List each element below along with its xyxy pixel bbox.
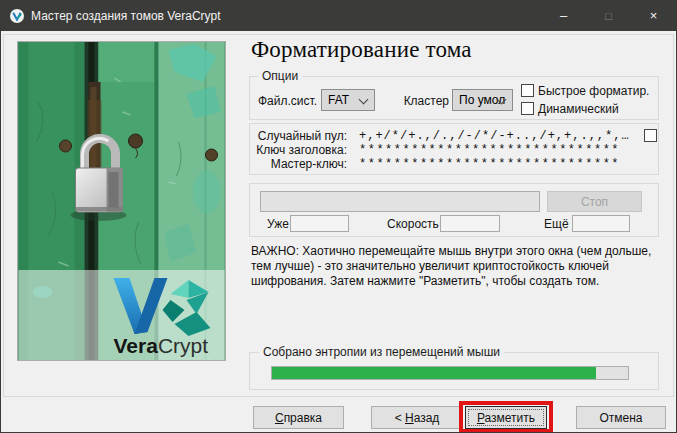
veracrypt-app-icon xyxy=(9,8,25,24)
filesystem-label: Файл.сист. xyxy=(258,94,317,108)
dynamic-label: Динамический xyxy=(538,102,619,116)
quick-format-checkbox[interactable] xyxy=(521,84,534,97)
entropy-progressbar xyxy=(271,366,629,380)
stop-button[interactable]: Стоп xyxy=(547,191,642,212)
entropy-progress-fill xyxy=(272,367,596,379)
help-button[interactable]: Справка xyxy=(253,406,344,429)
random-pool-groupbox: Случайный пул: +,+/*/+.,/.,/-/*/-+..,/+,… xyxy=(249,123,659,175)
quick-format-label: Быстрое форматир. xyxy=(538,84,649,98)
minimize-icon[interactable]: – xyxy=(541,1,586,31)
padlock-illustration: VeraCrypt xyxy=(18,42,225,360)
random-pool-label: Случайный пул: xyxy=(252,129,347,143)
done-label: Уже xyxy=(267,217,289,231)
filesystem-value: FAT xyxy=(328,93,349,107)
header-key-value: ****************************** xyxy=(359,143,620,157)
page-title: Форматирование тома xyxy=(251,37,472,63)
maximize-icon: □ xyxy=(586,1,631,31)
speed-field[interactable] xyxy=(440,215,500,232)
cancel-button[interactable]: Отмена xyxy=(576,406,666,429)
random-pool-value: +,+/*/+.,/.,/-/*/-+..,/+,+,.,,*,… xyxy=(359,129,630,143)
master-key-value: ****************************** xyxy=(359,157,620,171)
window-title: Мастер создания томов VeraCrypt xyxy=(31,9,221,23)
show-pool-checkbox[interactable] xyxy=(644,129,657,142)
header-key-label: Ключ заголовка: xyxy=(252,143,347,157)
left-label: Ещё xyxy=(544,217,569,231)
important-notice-text: ВАЖНО: Хаотично перемещайте мышь внутри … xyxy=(251,244,665,289)
cluster-select[interactable]: По умол xyxy=(452,89,513,111)
filesystem-select[interactable]: FAT xyxy=(321,89,375,111)
veracrypt-wordmark: VeraCrypt xyxy=(114,334,209,357)
veracrypt-wizard-window: Мастер создания томов VeraCrypt – □ × xyxy=(0,0,677,433)
left-field[interactable] xyxy=(572,215,630,232)
back-button[interactable]: < Назад xyxy=(371,406,463,429)
dynamic-checkbox[interactable] xyxy=(521,102,534,115)
master-key-label: Мастер-ключ: xyxy=(252,157,347,171)
format-progress-groupbox: Стоп Уже Скорость Ещё xyxy=(249,183,659,237)
titlebar: Мастер создания томов VeraCrypt – □ × xyxy=(1,1,676,31)
options-group-label: Опции xyxy=(258,70,302,83)
door-padlock-photo: VeraCrypt xyxy=(17,41,226,361)
close-icon[interactable]: × xyxy=(631,1,676,31)
format-progressbar xyxy=(260,191,540,212)
cluster-label: Кластер xyxy=(402,94,449,108)
chevron-down-icon xyxy=(359,95,369,105)
done-field[interactable] xyxy=(290,215,349,232)
options-groupbox: Опции Файл.сист. FAT Кластер По умол Быс… xyxy=(249,76,659,120)
format-button[interactable]: Разметить xyxy=(465,406,547,429)
speed-label: Скорость xyxy=(387,217,439,231)
caption-buttons: – □ × xyxy=(541,1,676,31)
entropy-group-label: Собрано энтропии из перемещений мыши xyxy=(259,346,504,359)
